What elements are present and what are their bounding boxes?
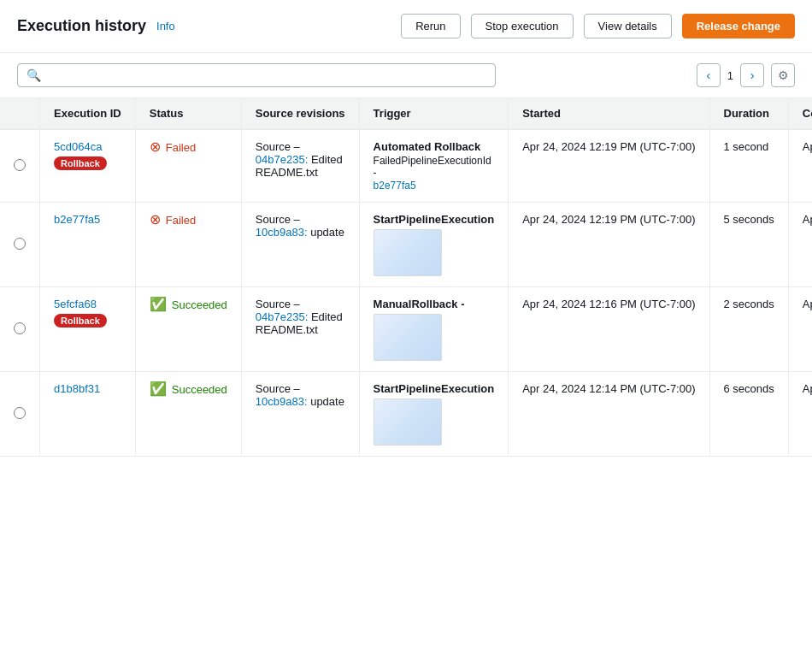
search-wrapper: 🔍 [17,63,496,87]
trigger-cell: StartPipelineExecution [359,372,509,457]
failed-icon: ⊗ [150,213,161,227]
row-select-cell [0,372,40,457]
row-select-cell [0,287,40,372]
info-link[interactable]: Info [156,20,175,32]
col-header-completed: Completed [788,98,812,129]
source-revisions-cell: Source – 10cb9a83: update [241,203,359,287]
row-radio-1[interactable] [14,238,26,250]
source-prefix: Source – [256,213,300,226]
next-page-button[interactable]: › [740,63,764,87]
settings-icon[interactable]: ⚙ [771,63,795,87]
status-text: Failed [166,141,196,154]
source-revisions-cell: Source – 10cb9a83: update [241,372,359,457]
trigger-title: ManualRollback - [374,298,495,310]
table-row: 5efcfa68Rollback✅SucceededSource – 04b7e… [0,287,812,372]
execution-history-table: Execution ID Status Source revisions Tri… [0,98,812,457]
row-radio-0[interactable] [14,159,26,171]
status-cell: ✅Succeeded [135,372,241,457]
col-header-execution-id: Execution ID [40,98,136,129]
rollback-badge: Rollback [54,314,107,328]
release-change-button[interactable]: Release change [682,14,795,38]
source-prefix: Source – [256,382,300,395]
completed-cell: Apr 24, 2024 12:19 PM (UTC-7:00) [788,203,812,287]
stop-execution-button[interactable]: Stop execution [471,14,574,38]
table-row: 5cd064caRollback⊗FailedSource – 04b7e235… [0,129,812,203]
trigger-cell: StartPipelineExecution [359,203,509,287]
execution-id-cell: 5efcfa68Rollback [40,287,136,372]
trigger-cell: ManualRollback - [359,287,509,372]
trigger-link[interactable]: b2e77fa5 [374,180,416,192]
row-select-cell [0,203,40,287]
completed-cell: Apr 24, 2024 12:14 PM (UTC-7:00) [788,372,812,457]
source-prefix: Source – [256,140,300,153]
trigger-image [374,229,442,276]
source-link[interactable]: 10cb9a83: [256,226,308,239]
pagination: ‹ 1 › ⚙ [697,63,795,87]
table-header: Execution ID Status Source revisions Tri… [0,98,812,129]
trigger-image [374,398,442,446]
duration-cell: 5 seconds [709,203,788,287]
duration-cell: 1 second [709,129,788,203]
execution-id-link[interactable]: 5cd064ca [54,140,121,153]
source-revisions-cell: Source – 04b7e235: Edited README.txt [241,129,359,203]
source-prefix: Source – [256,298,300,310]
trigger-sub1: FailedPipelineExecutionId - [374,155,495,179]
trigger-title: StartPipelineExecution [374,213,495,226]
status-cell: ⊗Failed [135,203,241,287]
duration-cell: 2 seconds [709,287,788,372]
trigger-image [374,314,442,361]
execution-id-link[interactable]: b2e77fa5 [54,213,121,226]
row-radio-3[interactable] [14,407,26,419]
prev-page-button[interactable]: ‹ [697,63,721,87]
success-icon: ✅ [150,382,167,396]
execution-id-link[interactable]: d1b8bf31 [54,382,121,395]
page-title: Execution history [17,17,146,35]
row-radio-2[interactable] [14,322,26,334]
status-text: Succeeded [172,383,227,396]
status-cell: ⊗Failed [135,129,241,203]
table-row: b2e77fa5⊗FailedSource – 10cb9a83: update… [0,203,812,287]
col-header-select [0,98,40,129]
view-details-button[interactable]: View details [584,14,672,38]
source-detail: update [308,226,344,239]
source-link[interactable]: 04b7e235: [256,310,308,323]
started-cell: Apr 24, 2024 12:19 PM (UTC-7:00) [509,129,709,203]
status-text: Succeeded [172,298,227,311]
status-cell: ✅Succeeded [135,287,241,372]
source-revisions-cell: Source – 04b7e235: Edited README.txt [241,287,359,372]
table-row: d1b8bf31✅SucceededSource – 10cb9a83: upd… [0,372,812,457]
started-cell: Apr 24, 2024 12:19 PM (UTC-7:00) [509,203,709,287]
execution-id-cell: 5cd064caRollback [40,129,136,203]
execution-id-cell: b2e77fa5 [40,203,136,287]
success-icon: ✅ [150,298,167,311]
col-header-started: Started [509,98,709,129]
failed-icon: ⊗ [150,140,161,154]
trigger-title: StartPipelineExecution [374,382,495,395]
completed-cell: Apr 24, 2024 12:16 PM (UTC-7:00) [788,287,812,372]
execution-id-link[interactable]: 5efcfa68 [54,298,121,310]
table-container: Execution ID Status Source revisions Tri… [0,98,812,457]
table-body: 5cd064caRollback⊗FailedSource – 04b7e235… [0,129,812,457]
rerun-button[interactable]: Rerun [401,14,460,38]
col-header-source-revisions: Source revisions [241,98,359,129]
status-text: Failed [166,214,196,227]
execution-id-cell: d1b8bf31 [40,372,136,457]
search-icon: 🔍 [26,68,41,82]
col-header-status: Status [135,98,241,129]
completed-cell: Apr 24, 2024 12:19 PM (UTC-7:00) [788,129,812,203]
rollback-badge: Rollback [54,156,107,170]
search-bar: 🔍 ‹ 1 › ⚙ [0,53,812,98]
source-detail: update [308,395,344,408]
col-header-duration: Duration [709,98,788,129]
col-header-trigger: Trigger [359,98,509,129]
row-select-cell [0,129,40,203]
search-input[interactable] [46,69,486,82]
started-cell: Apr 24, 2024 12:16 PM (UTC-7:00) [509,287,709,372]
source-link[interactable]: 04b7e235: [256,153,308,166]
source-link[interactable]: 10cb9a83: [256,395,308,408]
page-header: Execution history Info Rerun Stop execut… [0,0,812,53]
trigger-title: Automated Rollback [374,140,495,153]
trigger-cell: Automated RollbackFailedPipelineExecutio… [359,129,509,203]
page-number: 1 [727,69,733,82]
started-cell: Apr 24, 2024 12:14 PM (UTC-7:00) [509,372,709,457]
